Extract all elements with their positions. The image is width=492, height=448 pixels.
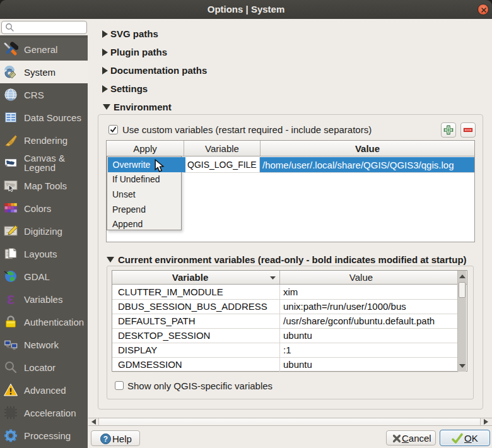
svg-text:?: ? (103, 435, 108, 444)
